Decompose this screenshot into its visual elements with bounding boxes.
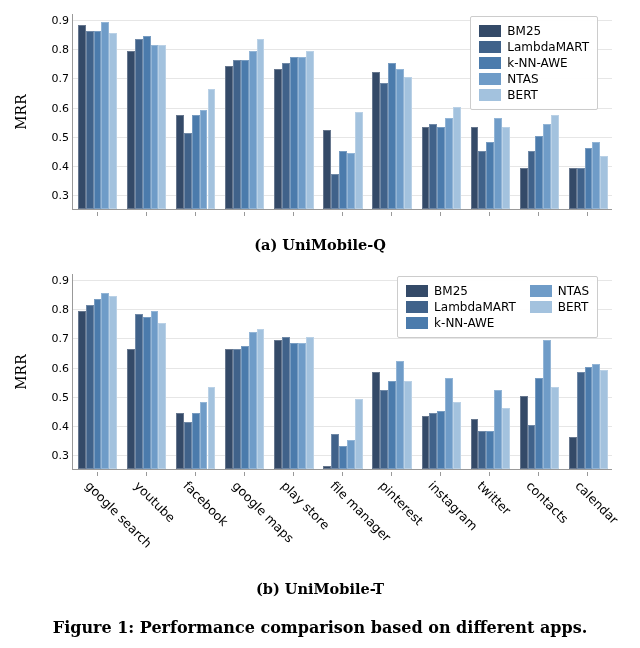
xtick (391, 472, 392, 476)
bar (225, 66, 233, 209)
bar (94, 31, 102, 209)
legend-label: LambdaMART (507, 39, 589, 55)
bar (339, 151, 347, 210)
bar (429, 413, 437, 469)
xtick (538, 472, 539, 476)
bar (78, 25, 86, 209)
bar (184, 133, 192, 209)
bar (372, 372, 380, 469)
legend-entry: LambdaMART (406, 299, 516, 315)
bar (592, 364, 600, 469)
bar (86, 31, 94, 209)
bar (249, 51, 257, 209)
legend-swatch (530, 285, 552, 297)
legend-a: BM25LambdaMARTk-NN-AWENTASBERT (470, 16, 598, 110)
legend-entry: BM25 (406, 283, 516, 299)
bar (355, 399, 363, 469)
bar (388, 63, 396, 209)
plot-area-a: BM25LambdaMARTk-NN-AWENTASBERT 0.30.40.5… (72, 14, 612, 210)
bar (445, 118, 453, 209)
bar (274, 340, 282, 469)
legend-label: BERT (558, 299, 589, 315)
bar (502, 408, 510, 469)
bar (257, 39, 265, 209)
bar (176, 115, 184, 209)
ytick-label: 0.7 (52, 72, 70, 85)
xtick (195, 212, 196, 216)
bar (135, 314, 143, 469)
xtick-label: twitter (475, 478, 515, 518)
bar (109, 33, 117, 209)
ytick-label: 0.4 (52, 420, 70, 433)
ytick-label: 0.5 (52, 390, 70, 403)
bar (478, 431, 486, 469)
bar (551, 115, 559, 209)
xtick (146, 472, 147, 476)
bar (437, 411, 445, 470)
bar (528, 425, 536, 469)
xtick (293, 472, 294, 476)
subtitle-b: (b) UniMobile-T (0, 580, 640, 597)
legend-label: BERT (507, 87, 538, 103)
bar (192, 115, 200, 209)
bar (298, 343, 306, 469)
legend-swatch (406, 317, 428, 329)
bar (585, 367, 593, 469)
bar (127, 51, 135, 209)
bar (494, 390, 502, 469)
bar (471, 127, 479, 209)
legend-swatch (479, 25, 501, 37)
ytick-label: 0.6 (52, 361, 70, 374)
xtick (244, 212, 245, 216)
bar (535, 378, 543, 469)
ytick-label: 0.9 (52, 273, 70, 286)
xtick (195, 472, 196, 476)
xtick (97, 472, 98, 476)
bar (143, 317, 151, 469)
legend-swatch (479, 57, 501, 69)
bar (380, 390, 388, 469)
bar (404, 77, 412, 209)
legend-entry: k-NN-AWE (479, 55, 589, 71)
bar (241, 60, 249, 209)
xtick (587, 472, 588, 476)
legend-swatch (479, 41, 501, 53)
legend-entry: BERT (530, 299, 589, 315)
legend-swatch (479, 89, 501, 101)
bar (282, 337, 290, 469)
xtick (146, 212, 147, 216)
bar (233, 60, 241, 209)
legend-entry: BERT (479, 87, 589, 103)
bar (101, 22, 109, 209)
bar (569, 437, 577, 469)
xticks-a (72, 212, 612, 224)
xtick-label: facebook (180, 478, 231, 529)
bar (551, 387, 559, 469)
bar (486, 142, 494, 209)
ytick-label: 0.7 (52, 332, 70, 345)
bar (306, 337, 314, 469)
bar (290, 343, 298, 469)
bar (249, 332, 257, 469)
bar (257, 329, 265, 469)
bar (380, 83, 388, 209)
legend-entry: NTAS (530, 283, 589, 299)
legend-swatch (479, 73, 501, 85)
panel-a: MRR BM25LambdaMARTk-NN-AWENTASBERT 0.30.… (0, 0, 640, 260)
xtick (489, 472, 490, 476)
bar (478, 151, 486, 210)
bar (158, 323, 166, 469)
ytick-label: 0.6 (52, 101, 70, 114)
bar (453, 402, 461, 469)
xtick-label: instagram (426, 478, 481, 533)
xtick (440, 212, 441, 216)
bar (453, 107, 461, 209)
bar (600, 156, 608, 209)
xtick (342, 212, 343, 216)
bar (494, 118, 502, 209)
bar (445, 378, 453, 469)
bar (274, 69, 282, 209)
plot-area-b: BM25LambdaMARTk-NN-AWENTASBERT 0.30.40.5… (72, 274, 612, 470)
bar (200, 402, 208, 469)
bar (176, 413, 184, 469)
